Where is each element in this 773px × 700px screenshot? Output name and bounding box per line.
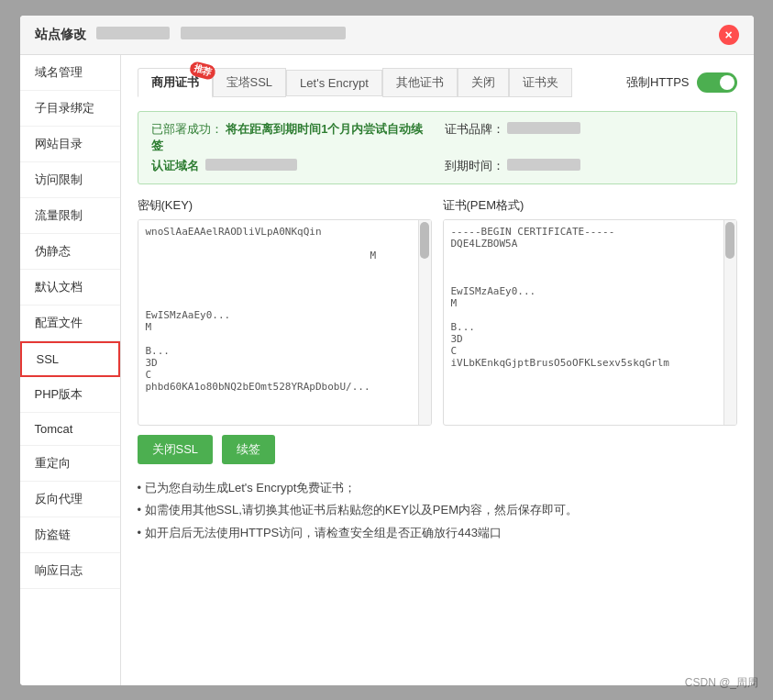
expire-row: 到期时间：: [445, 158, 723, 174]
expire-label: 到期时间：: [445, 159, 504, 172]
force-https-label: 强制HTTPS: [626, 74, 690, 91]
sidebar-item-flow[interactable]: 流量限制: [20, 198, 120, 234]
btn-row: 关闭SSL 续签: [138, 435, 737, 464]
tab-baota[interactable]: 宝塔SSL: [213, 68, 287, 97]
domain-label: 认证域名: [151, 159, 199, 172]
modal-body: 域名管理 子目录绑定 网站目录 访问限制 流量限制 伪静态 默认文档 配置文件 …: [20, 55, 754, 685]
note-1: 已为您自动生成Let's Encrypt免费证书；: [138, 477, 737, 500]
success-banner: 已部署成功： 将在距离到期时间1个月内尝试自动续签 证书品牌： 认证域名 到: [138, 111, 737, 184]
tab-letsencrypt[interactable]: Let's Encrypt: [286, 70, 382, 96]
deploy-label: 已部署成功：: [151, 122, 223, 136]
tabs-row: 商用证书 推荐 宝塔SSL Let's Encrypt 其他证书 关闭 证书夹 …: [138, 68, 737, 98]
cert-section: 证书(PEM格式) -----BEGIN CERTIFICATE----- DQ…: [443, 197, 737, 426]
brand-value: [507, 122, 580, 134]
deploy-row: 已部署成功： 将在距离到期时间1个月内尝试自动续签: [151, 121, 430, 154]
sidebar-item-hotlink[interactable]: 防盗链: [20, 517, 120, 553]
sidebar-item-log[interactable]: 响应日志: [20, 553, 120, 589]
sidebar-item-default[interactable]: 默认文档: [20, 270, 120, 306]
modal-title: 站点修改: [35, 27, 347, 43]
key-textarea[interactable]: wnoSlAaEAAelRAODliVLpA0NKqQin M EwISMzAa…: [138, 220, 431, 422]
expire-value: [507, 159, 580, 171]
tab-other[interactable]: 其他证书: [382, 68, 458, 97]
brand-label: 证书品牌：: [445, 122, 504, 136]
domain-row: 认证域名: [151, 158, 430, 174]
sidebar-item-access[interactable]: 访问限制: [20, 162, 120, 198]
force-https-container: 强制HTTPS: [626, 72, 737, 93]
sidebar-item-ssl[interactable]: SSL: [20, 341, 120, 377]
sidebar-item-subdomain[interactable]: 子目录绑定: [20, 91, 120, 127]
cert-scrollbar-thumb: [725, 222, 734, 259]
watermark: CSDN @_周周: [685, 675, 758, 691]
cert-textarea-wrapper: -----BEGIN CERTIFICATE----- DQE4LZBOW5A …: [443, 219, 737, 426]
sidebar-item-config[interactable]: 配置文件: [20, 306, 120, 341]
site-name-blur: [96, 27, 170, 39]
tab-commercial[interactable]: 商用证书 推荐: [138, 68, 213, 98]
main-content: 商用证书 推荐 宝塔SSL Let's Encrypt 其他证书 关闭 证书夹 …: [121, 55, 754, 685]
sidebar-item-php[interactable]: PHP版本: [20, 377, 120, 413]
cert-scrollbar[interactable]: [723, 220, 736, 425]
site-domain-blur: [181, 27, 346, 39]
sidebar-item-proxy[interactable]: 反向代理: [20, 482, 120, 517]
key-cert-row: 密钥(KEY) wnoSlAaEAAelRAODliVLpA0NKqQin M …: [138, 197, 737, 426]
key-scrollbar-thumb: [420, 222, 429, 259]
cert-label: 证书(PEM格式): [443, 197, 737, 214]
cert-textarea[interactable]: -----BEGIN CERTIFICATE----- DQE4LZBOW5A …: [444, 220, 736, 422]
tab-certfile[interactable]: 证书夹: [509, 68, 572, 97]
domain-value: [205, 159, 297, 171]
force-https-toggle[interactable]: [697, 72, 737, 93]
key-label: 密钥(KEY): [138, 197, 432, 214]
sidebar-item-domain[interactable]: 域名管理: [20, 55, 120, 91]
modal-header: 站点修改 ×: [20, 16, 754, 55]
tab-close[interactable]: 关闭: [458, 68, 509, 97]
tab-commercial-label: 商用证书: [151, 75, 199, 89]
key-scrollbar[interactable]: [418, 220, 431, 425]
note-3: 如开启后无法使用HTTPS访问，请检查安全组是否正确放行443端口: [138, 522, 737, 545]
close-ssl-button[interactable]: 关闭SSL: [138, 435, 214, 464]
sidebar-item-tomcat[interactable]: Tomcat: [20, 413, 120, 446]
notes: 已为您自动生成Let's Encrypt免费证书； 如需使用其他SSL,请切换其…: [138, 477, 737, 545]
key-textarea-wrapper: wnoSlAaEAAelRAODliVLpA0NKqQin M EwISMzAa…: [138, 219, 432, 426]
key-section: 密钥(KEY) wnoSlAaEAAelRAODliVLpA0NKqQin M …: [138, 197, 432, 426]
overlay: 站点修改 × 域名管理 子目录绑定 网站目录 访问限制 流量限制 伪静态 默认文…: [0, 0, 773, 700]
modal-title-text: 站点修改: [35, 27, 86, 41]
modal: 站点修改 × 域名管理 子目录绑定 网站目录 访问限制 流量限制 伪静态 默认文…: [20, 16, 754, 685]
sidebar-item-webroot[interactable]: 网站目录: [20, 127, 120, 162]
sidebar: 域名管理 子目录绑定 网站目录 访问限制 流量限制 伪静态 默认文档 配置文件 …: [20, 55, 121, 685]
renew-button[interactable]: 续签: [222, 435, 275, 464]
brand-row: 证书品牌：: [445, 121, 723, 154]
sidebar-item-pseudostatic[interactable]: 伪静态: [20, 234, 120, 270]
note-2: 如需使用其他SSL,请切换其他证书后粘贴您的KEY以及PEM内容，然后保存即可。: [138, 499, 737, 522]
close-button[interactable]: ×: [719, 25, 739, 45]
sidebar-item-redirect[interactable]: 重定向: [20, 446, 120, 482]
